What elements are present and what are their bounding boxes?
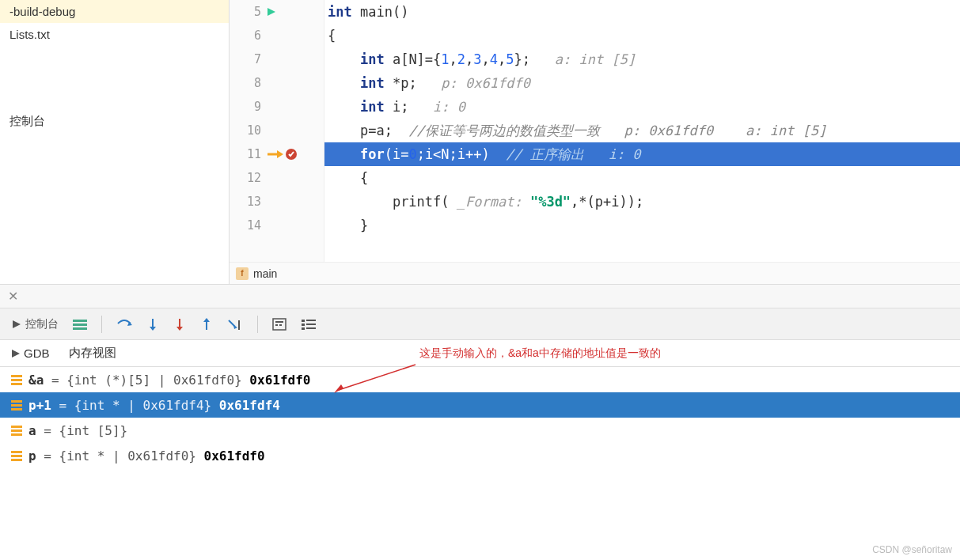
watches-pane: 这是手动输入的，&a和a中存储的地址值是一致的 &a = {int (*)[5]…: [0, 367, 960, 468]
bars-icon: [11, 400, 22, 411]
sidebar-item-lists[interactable]: Lists.txt: [0, 23, 229, 46]
bars-icon: [11, 451, 22, 461]
line-number: 10: [230, 123, 261, 138]
code-line[interactable]: {: [324, 166, 960, 190]
execution-arrow-icon: [266, 149, 283, 160]
svg-marker-14: [203, 318, 210, 322]
sidebar-console-label: 控制台: [0, 109, 229, 134]
svg-marker-0: [268, 8, 275, 16]
close-icon[interactable]: ✕: [8, 289, 18, 304]
svg-marker-10: [150, 327, 156, 331]
code-line[interactable]: int main(): [324, 0, 960, 24]
code-line[interactable]: p=a; //保证等号两边的数值类型一致 p: 0x61fdf0 a: int …: [324, 119, 960, 142]
gutter-row[interactable]: 8: [230, 71, 324, 95]
gutter-row[interactable]: 9: [230, 95, 324, 119]
code-line[interactable]: int a[N]={1,2,3,4,5}; a: int [5]: [324, 47, 960, 71]
gutter-row[interactable]: 11: [230, 142, 324, 166]
gutter-row[interactable]: 10: [230, 119, 324, 142]
watch-row[interactable]: p+1 = {int * | 0x61fdf4} 0x61fdf4: [0, 392, 960, 418]
line-number: 12: [230, 171, 261, 185]
watch-row[interactable]: &a = {int (*)[5] | 0x61fdf0} 0x61fdf0: [0, 367, 960, 392]
gutter-row[interactable]: 14: [230, 214, 324, 237]
breakpoint-icon[interactable]: [285, 148, 298, 161]
svg-marker-12: [176, 327, 183, 331]
gutter-row[interactable]: 5: [230, 0, 324, 24]
code-line[interactable]: int i; i: 0: [324, 95, 960, 119]
svg-rect-25: [306, 324, 316, 325]
svg-rect-26: [306, 327, 316, 329]
svg-line-28: [339, 365, 415, 390]
svg-rect-22: [302, 324, 305, 326]
svg-rect-5: [73, 320, 87, 322]
svg-rect-20: [279, 324, 282, 326]
code-line[interactable]: }: [324, 214, 960, 237]
gutter-row[interactable]: 7: [230, 47, 324, 71]
line-number: 9: [230, 100, 261, 114]
run-to-cursor-icon[interactable]: [227, 317, 243, 331]
line-number: 11: [230, 147, 261, 161]
evaluate-icon[interactable]: [272, 318, 286, 331]
code-line[interactable]: int *p; p: 0x61fdf0: [324, 71, 960, 95]
gutter[interactable]: 567891011121314: [230, 0, 324, 262]
debug-panel: ✕ 控制台 GDB 内存视图 这是手动输入的，&a和a中存储的地址值是一致的 &: [0, 285, 960, 468]
annotation-text: 这是手动输入的，&a和a中存储的地址值是一致的: [419, 346, 661, 361]
svg-marker-15: [233, 325, 237, 329]
tab-gdb[interactable]: GDB: [11, 346, 50, 360]
force-step-icon[interactable]: [173, 317, 186, 331]
step-into-icon[interactable]: [146, 317, 159, 331]
line-number: 6: [230, 28, 261, 43]
svg-marker-27: [12, 350, 20, 358]
console-button[interactable]: 控制台: [11, 317, 59, 331]
gutter-row[interactable]: 13: [230, 190, 324, 214]
code-line[interactable]: {: [324, 24, 960, 47]
svg-rect-19: [275, 324, 278, 326]
breadcrumb-label: main: [253, 267, 277, 280]
svg-rect-23: [302, 327, 305, 330]
run-icon[interactable]: [266, 6, 277, 17]
breadcrumb[interactable]: f main: [230, 262, 960, 284]
svg-rect-21: [302, 320, 305, 322]
line-number: 13: [230, 195, 261, 209]
svg-rect-7: [73, 327, 87, 330]
watermark: CSDN @señoritaw: [872, 544, 952, 555]
annotation-arrow: [332, 363, 419, 395]
line-number: 8: [230, 76, 261, 90]
bars-icon: [11, 426, 22, 436]
watch-row[interactable]: a = {int [5]}: [0, 418, 960, 443]
step-out-icon[interactable]: [200, 317, 213, 331]
sidebar-item-build-debug[interactable]: -build-debug: [0, 0, 229, 23]
trace-icon[interactable]: [301, 318, 317, 331]
code-line[interactable]: printf( _Format: "%3d",*(p+i));: [324, 190, 960, 214]
tab-memory[interactable]: 内存视图: [69, 346, 116, 361]
sidebar: -build-debug Lists.txt 控制台: [0, 0, 230, 284]
bars-icon: [11, 375, 22, 385]
menu-icon[interactable]: [73, 319, 87, 330]
svg-rect-24: [306, 320, 316, 321]
line-number: 5: [230, 5, 261, 19]
code-lines[interactable]: int main(){ int a[N]={1,2,3,4,5}; a: int…: [324, 0, 960, 262]
line-number: 14: [230, 218, 261, 233]
line-number: 7: [230, 52, 261, 66]
svg-rect-18: [275, 321, 283, 323]
svg-marker-2: [277, 150, 283, 158]
step-over-icon[interactable]: [116, 317, 132, 331]
svg-marker-29: [334, 384, 343, 393]
svg-marker-4: [13, 320, 21, 328]
play-icon: [11, 319, 22, 330]
play-icon: [11, 349, 21, 358]
gutter-row[interactable]: 6: [230, 24, 324, 47]
watch-row[interactable]: p = {int * | 0x61fdf0} 0x61fdf0: [0, 443, 960, 468]
gutter-row[interactable]: 12: [230, 166, 324, 190]
code-line[interactable]: for(i=0;i<N;i++) // 正序输出 i: 0: [324, 142, 960, 166]
function-icon: f: [236, 267, 249, 280]
debug-toolbar: 控制台: [0, 308, 960, 340]
svg-rect-6: [73, 324, 87, 326]
editor: 567891011121314 int main(){ int a[N]={1,…: [230, 0, 960, 284]
